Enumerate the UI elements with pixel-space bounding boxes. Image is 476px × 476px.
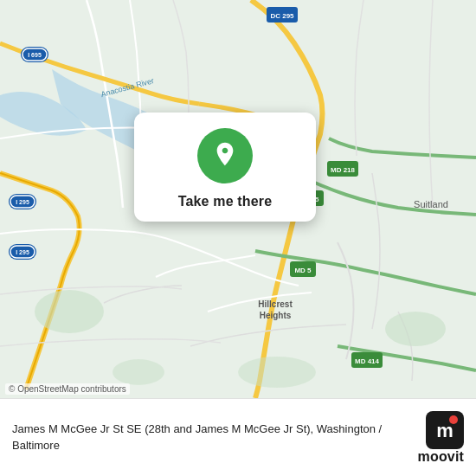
pin-circle (197, 128, 253, 183)
svg-text:Heights: Heights (260, 311, 292, 320)
location-description: James M McGee Jr St SE (28th and James M… (12, 421, 408, 453)
svg-point-2 (385, 312, 446, 346)
moovit-brand-text: moovit (418, 449, 464, 465)
svg-text:I 295: I 295 (16, 199, 29, 205)
svg-text:MD 218: MD 218 (331, 166, 356, 174)
take-me-there-card: Take me there (134, 113, 316, 222)
svg-text:MD 5: MD 5 (294, 267, 312, 274)
svg-point-3 (238, 357, 316, 388)
map-area: DC 295 I 695 MD 218 MD 5 MD 5 I 295 I 29… (0, 0, 476, 398)
svg-text:I 695: I 695 (28, 52, 42, 58)
location-pin-icon (211, 140, 239, 172)
svg-text:Hillcrest: Hillcrest (258, 299, 293, 309)
svg-text:Suitland: Suitland (414, 199, 448, 209)
svg-point-30 (449, 415, 458, 424)
svg-text:I 295: I 295 (16, 249, 29, 255)
moovit-logo: m moovit (418, 411, 464, 465)
svg-point-1 (35, 290, 104, 333)
svg-point-4 (113, 359, 164, 385)
svg-text:DC 295: DC 295 (270, 12, 294, 20)
take-me-there-button[interactable]: Take me there (178, 194, 273, 209)
svg-text:MD 414: MD 414 (355, 357, 380, 365)
bottom-bar: James M McGee Jr St SE (28th and James M… (0, 398, 476, 476)
map-attribution: © OpenStreetMap contributors (5, 383, 130, 395)
